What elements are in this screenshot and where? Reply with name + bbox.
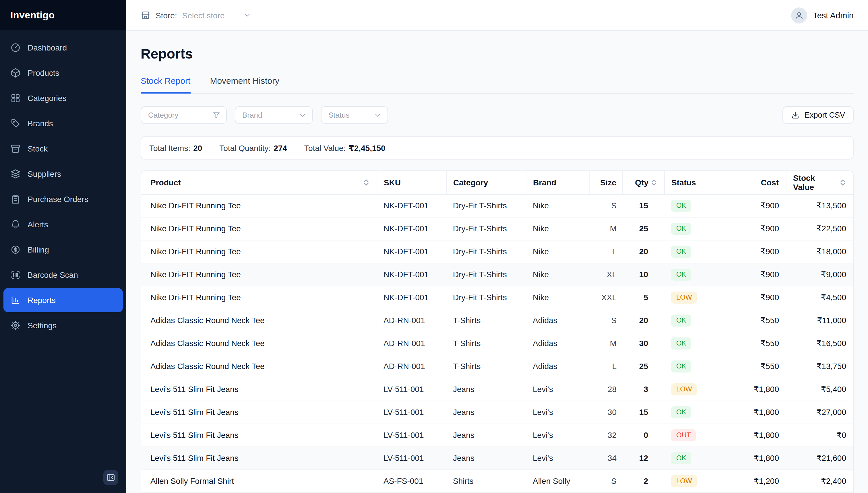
sidebar-item-alerts[interactable]: Alerts (3, 212, 123, 236)
cell-stock-value: ₹2,400 (786, 470, 853, 492)
cell-qty: 3 (622, 378, 664, 401)
table-row: Levi's 511 Slim Fit Jeans LV-511-001 Jea… (141, 378, 853, 401)
cell-status: OK (664, 355, 731, 378)
cell-product: Nike Dri-FIT Running Tee (141, 240, 377, 263)
table-row: Allen Solly Formal Shirt AS-FS-001 Shirt… (141, 470, 853, 492)
sidebar: Inventigo Dashboard Products Categories … (0, 0, 126, 493)
funnel-icon (212, 111, 220, 119)
user-menu[interactable]: Test Admin (791, 7, 854, 23)
cell-cost: ₹900 (731, 217, 786, 240)
column-label: Qty (635, 178, 649, 187)
sidebar-item-categories[interactable]: Categories (3, 86, 123, 110)
cell-stock-value: ₹16,500 (786, 332, 853, 355)
column-header-stock-value[interactable]: Stock Value (786, 171, 853, 194)
total-items-label: Total Items: (149, 143, 190, 152)
status-badge: LOW (671, 383, 697, 395)
tab-stock-report[interactable]: Stock Report (141, 76, 190, 93)
sidebar-item-stock[interactable]: Stock (3, 136, 123, 161)
cell-product: Nike Dri-FIT Running Tee (141, 217, 377, 240)
category-filter-placeholder: Category (148, 111, 178, 120)
cell-status: OUT (664, 424, 731, 447)
cell-qty: 25 (622, 355, 664, 378)
cell-cost: ₹1,200 (731, 470, 786, 492)
stock-icon (10, 144, 21, 154)
cell-stock-value: ₹11,000 (786, 309, 853, 332)
brand-filter[interactable]: Brand (235, 106, 313, 124)
reports-icon (10, 295, 21, 305)
sidebar-item-products[interactable]: Products (3, 61, 123, 85)
cell-status: OK (664, 332, 731, 355)
cell-status: OK (664, 194, 731, 217)
cell-stock-value: ₹13,500 (786, 194, 853, 217)
sidebar-item-settings[interactable]: Settings (3, 313, 123, 338)
sidebar-item-label: Stock (27, 144, 48, 153)
cell-size: XXL (589, 286, 622, 309)
cell-status: OK (664, 447, 731, 470)
main-area: Store: Select store Test Admin Reports S… (126, 0, 868, 493)
cell-size: S (589, 194, 622, 217)
sidebar-item-label: Purchase Orders (27, 195, 88, 204)
cell-size: S (589, 470, 622, 492)
cell-size: M (589, 217, 622, 240)
export-csv-button[interactable]: Export CSV (783, 106, 854, 124)
cell-qty: 30 (622, 332, 664, 355)
cell-category: Dry-Fit T-Shirts (446, 240, 526, 263)
cell-stock-value: ₹27,000 (786, 401, 853, 424)
dashboard-icon (10, 42, 21, 53)
cell-sku: LV-511-001 (377, 424, 446, 447)
status-filter[interactable]: Status (321, 106, 388, 124)
column-header-product[interactable]: Product (141, 171, 377, 194)
column-header-qty[interactable]: Qty (622, 171, 664, 194)
table-body: Nike Dri-FIT Running Tee NK-DFT-001 Dry-… (141, 194, 853, 492)
total-quantity-value: 274 (274, 143, 287, 152)
sidebar-item-brands[interactable]: Brands (3, 111, 123, 135)
cell-qty: 5 (622, 286, 664, 309)
categories-icon (10, 93, 21, 103)
sidebar-item-label: Billing (27, 245, 49, 254)
barcode-scan-icon (10, 270, 21, 280)
cell-product: Levi's 511 Slim Fit Jeans (141, 424, 377, 447)
sidebar-item-suppliers[interactable]: Suppliers (3, 162, 123, 186)
export-csv-label: Export CSV (805, 111, 845, 120)
status-badge: OK (671, 452, 692, 464)
status-badge: OUT (671, 429, 696, 441)
cell-status: OK (664, 217, 731, 240)
content: Reports Stock Report Movement History Ca… (126, 31, 868, 493)
store-selector[interactable]: Store: Select store (141, 10, 252, 20)
sidebar-item-label: Suppliers (27, 169, 61, 178)
sidebar-item-reports[interactable]: Reports (3, 288, 123, 312)
cell-sku: NK-DFT-001 (377, 217, 446, 240)
cell-product: Levi's 511 Slim Fit Jeans (141, 378, 377, 401)
sidebar-item-barcode-scan[interactable]: Barcode Scan (3, 263, 123, 287)
cell-cost: ₹900 (731, 194, 786, 217)
sidebar-item-label: Products (27, 68, 59, 78)
cell-sku: LV-511-001 (377, 401, 446, 424)
cell-cost: ₹900 (731, 263, 786, 286)
sidebar-item-purchase-orders[interactable]: Purchase Orders (3, 187, 123, 211)
tabs: Stock Report Movement History (141, 76, 854, 93)
cell-stock-value: ₹18,000 (786, 240, 853, 263)
cell-qty: 20 (622, 240, 664, 263)
category-filter[interactable]: Category (141, 106, 227, 124)
tab-movement-history[interactable]: Movement History (210, 76, 279, 93)
status-badge: OK (671, 245, 692, 257)
suppliers-icon (10, 169, 21, 179)
column-header-status: Status (664, 171, 731, 194)
chevron-down-icon (243, 11, 252, 20)
status-badge: OK (671, 337, 692, 349)
cell-sku: LV-511-001 (377, 447, 446, 470)
table-row: Levi's 511 Slim Fit Jeans LV-511-001 Jea… (141, 447, 853, 470)
sidebar-item-dashboard[interactable]: Dashboard (3, 36, 123, 60)
total-quantity: Total Quantity: 274 (219, 143, 287, 152)
cell-brand: Nike (526, 263, 589, 286)
column-header-brand: Brand (526, 171, 589, 194)
column-header-size: Size (589, 171, 622, 194)
sidebar-nav: Dashboard Products Categories Brands Sto… (0, 30, 126, 493)
cell-size: S (589, 309, 622, 332)
status-badge: OK (671, 199, 692, 212)
store-select[interactable]: Select store (182, 10, 252, 20)
cell-size: XL (589, 263, 622, 286)
sidebar-collapse-button[interactable] (103, 470, 118, 485)
table-row: Nike Dri-FIT Running Tee NK-DFT-001 Dry-… (141, 286, 853, 309)
sidebar-item-billing[interactable]: Billing (3, 238, 123, 262)
